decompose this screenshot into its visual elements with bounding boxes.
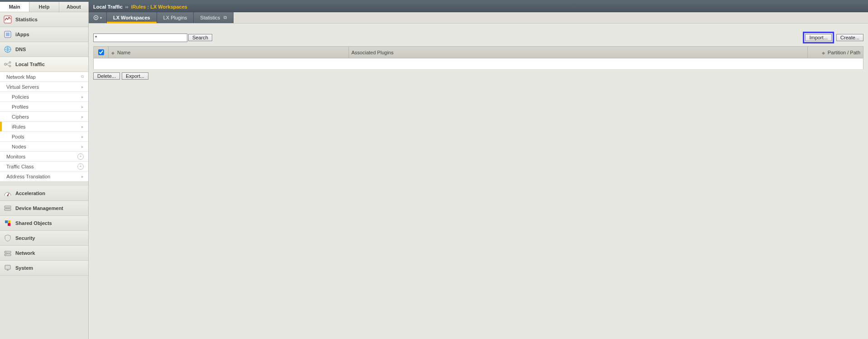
sidebar-section-security[interactable]: Security — [0, 231, 88, 246]
svg-point-7 — [7, 195, 9, 196]
import-button[interactable]: Import... — [805, 34, 831, 41]
create-button[interactable]: Create... — [836, 34, 863, 41]
shield-icon — [4, 234, 12, 242]
svg-rect-14 — [5, 254, 11, 256]
external-icon: ⧉ — [81, 74, 84, 79]
col-label: Associated Plugins — [352, 50, 394, 55]
tab-lx-plugins[interactable]: LX Plugins — [157, 12, 194, 23]
sub-item-traffic-class[interactable]: Traffic Class + — [0, 162, 88, 172]
svg-rect-12 — [8, 220, 10, 223]
sub-label: Policies — [12, 94, 29, 100]
search-button[interactable]: Search — [188, 34, 212, 41]
sub-item-virtual-servers[interactable]: Virtual Servers ▸ — [0, 82, 88, 92]
section-label: Acceleration — [15, 191, 45, 196]
sub-item-monitors[interactable]: Monitors + — [0, 152, 88, 162]
sub-label: Nodes — [12, 144, 26, 149]
search-input[interactable] — [93, 33, 187, 42]
sub-item-address-translation[interactable]: Address Translation ▸ — [0, 172, 88, 181]
tab-lx-workspaces[interactable]: LX Workspaces — [107, 12, 157, 23]
svg-rect-18 — [7, 270, 9, 271]
sidebar-tabs: Main Help About — [0, 2, 88, 12]
chevron-right-icon: ▸ — [81, 95, 84, 99]
shared-objects-icon — [4, 219, 12, 227]
device-icon — [4, 204, 12, 212]
gauge-icon — [4, 189, 12, 197]
sidebar-section-local-traffic[interactable]: Local Traffic — [0, 57, 88, 72]
section-label: Device Management — [15, 205, 63, 211]
sub-item-pools[interactable]: Pools ▸ — [0, 132, 88, 142]
sub-item-profiles[interactable]: Profiles ▸ — [0, 102, 88, 112]
sidebar-section-system[interactable]: System — [0, 261, 88, 276]
sub-label: Pools — [12, 134, 24, 139]
sub-label: Monitors — [6, 154, 25, 159]
breadcrumb-separator: ›› — [125, 5, 129, 10]
svg-point-4 — [5, 63, 7, 66]
workspaces-table: ◆ Name Associated Plugins ◆ Partition / … — [93, 46, 863, 70]
svg-point-20 — [95, 17, 97, 19]
sub-item-ciphers[interactable]: Ciphers ▸ — [0, 112, 88, 122]
sort-icon: ◆ — [111, 51, 114, 55]
network-icon — [4, 249, 12, 257]
col-partition[interactable]: ◆ Partition / Path — [808, 47, 863, 58]
section-label: System — [15, 265, 33, 271]
import-highlight-frame: Import... — [803, 32, 834, 43]
svg-rect-9 — [5, 209, 11, 210]
sub-label: Traffic Class — [6, 164, 34, 169]
tab-statistics[interactable]: Statistics ⧉ — [194, 12, 234, 23]
chevron-right-icon: ▸ — [81, 134, 84, 139]
sub-item-irules[interactable]: iRules ▸ — [0, 122, 88, 132]
col-associated-plugins[interactable]: Associated Plugins — [348, 47, 808, 58]
tab-options-menu[interactable]: ▾ — [89, 12, 107, 23]
section-label: Security — [15, 235, 35, 241]
breadcrumb: Local Traffic ›› iRules : LX Workspaces — [89, 2, 868, 12]
delete-button[interactable]: Delete... — [93, 72, 120, 80]
section-label: iApps — [15, 32, 29, 37]
svg-rect-13 — [5, 251, 11, 253]
globe-icon — [4, 45, 12, 53]
chevron-right-icon: ▸ — [81, 115, 84, 119]
sidebar-tab-help[interactable]: Help — [29, 2, 59, 12]
main-panel: Local Traffic ›› iRules : LX Workspaces … — [89, 2, 868, 339]
sub-label: iRules — [12, 124, 26, 129]
sub-item-nodes[interactable]: Nodes ▸ — [0, 142, 88, 152]
iapps-icon — [4, 30, 12, 38]
breadcrumb-current: iRules : LX Workspaces — [131, 4, 187, 10]
export-button[interactable]: Export... — [122, 72, 148, 80]
sub-label: Address Translation — [6, 174, 50, 179]
popout-icon: ⧉ — [224, 15, 227, 20]
sidebar-section-iapps[interactable]: iApps — [0, 27, 88, 42]
section-label: Shared Objects — [15, 220, 52, 226]
svg-rect-10 — [5, 220, 8, 223]
sub-item-network-map[interactable]: Network Map ⧉ — [0, 72, 88, 82]
plus-circle-icon: + — [77, 163, 84, 170]
col-select-all[interactable] — [94, 47, 109, 58]
sidebar-section-dns[interactable]: DNS — [0, 42, 88, 57]
svg-rect-8 — [5, 206, 11, 208]
svg-point-5 — [9, 62, 11, 63]
sidebar-section-network[interactable]: Network — [0, 246, 88, 261]
sidebar-section-acceleration[interactable]: Acceleration — [0, 186, 88, 201]
section-label: DNS — [15, 47, 26, 52]
sidebar: Main Help About Statistics iApps DNS — [0, 2, 89, 339]
plus-circle-icon: + — [77, 153, 84, 160]
sidebar-section-statistics[interactable]: Statistics — [0, 12, 88, 27]
col-name[interactable]: ◆ Name — [109, 47, 349, 58]
sidebar-tab-about[interactable]: About — [59, 2, 88, 12]
gear-icon — [93, 15, 99, 20]
breadcrumb-root[interactable]: Local Traffic — [93, 4, 123, 10]
chevron-right-icon: ▸ — [81, 144, 84, 149]
sidebar-tab-main[interactable]: Main — [0, 2, 29, 12]
svg-point-6 — [9, 65, 11, 67]
col-label: Name — [117, 50, 130, 55]
sidebar-section-device-management[interactable]: Device Management — [0, 201, 88, 216]
section-label: Statistics — [15, 17, 38, 22]
sub-item-policies[interactable]: Policies ▸ — [0, 92, 88, 102]
chevron-right-icon: ▸ — [81, 124, 84, 129]
sub-label: Ciphers — [12, 114, 29, 119]
chevron-right-icon: ▸ — [81, 85, 84, 89]
section-label: Network — [15, 250, 35, 256]
select-all-checkbox[interactable] — [98, 49, 104, 55]
svg-rect-2 — [6, 33, 10, 36]
sidebar-section-shared-objects[interactable]: Shared Objects — [0, 216, 88, 231]
chevron-down-icon: ▾ — [100, 16, 102, 20]
